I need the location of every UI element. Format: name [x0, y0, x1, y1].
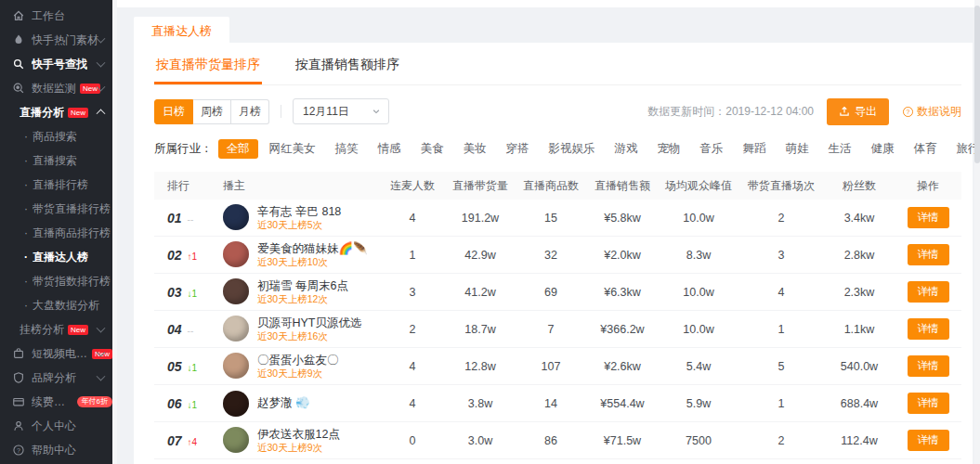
sidebar-item-hot-materials[interactable]: 快手热门素材	[0, 28, 112, 52]
sidebar-item-label: 直播分析	[20, 105, 64, 121]
sort-tabs: 按直播带货量排序按直播销售额排序	[154, 43, 961, 85]
live-product-count: 14	[516, 397, 586, 410]
avatar[interactable]	[223, 353, 249, 379]
detail-button[interactable]: 详情	[908, 207, 949, 228]
detail-button[interactable]: 详情	[908, 430, 949, 451]
industry-filter[interactable]: 萌娃	[777, 139, 817, 159]
rank-cell: 02↑1	[154, 248, 223, 263]
industry-filter[interactable]: 影视娱乐	[541, 139, 604, 159]
industry-filter[interactable]: 游戏	[607, 139, 647, 159]
host-name[interactable]: 〇蛋蛋小盆友〇	[257, 353, 339, 367]
sort-tab[interactable]: 按直播带货量排序	[154, 46, 262, 84]
column-header: 直播带货量	[445, 178, 516, 194]
export-button[interactable]: 导出	[827, 98, 889, 125]
period-tab[interactable]: 周榜	[193, 99, 231, 124]
sidebar-item-personal-center[interactable]: 个人中心	[0, 414, 112, 438]
industry-filter[interactable]: 搞笑	[327, 139, 367, 159]
sidebar-item-renewal-center[interactable]: 续费中心 年付6折	[0, 390, 112, 414]
lianmai-count: 2	[380, 323, 445, 336]
tab-live-streamer-rank[interactable]: 直播达人榜	[134, 17, 229, 46]
avatar[interactable]	[223, 316, 249, 342]
host-name[interactable]: 爱美食的猫妹妹🌈🪶	[257, 241, 368, 256]
ecom-live-sessions: 2	[738, 212, 824, 225]
sidebar-item-ecom-index-rank[interactable]: · 带货指数排行榜	[0, 269, 112, 293]
host-name[interactable]: 初瑞雪 每周末6点	[257, 278, 348, 293]
date-select[interactable]: 12月11日	[293, 98, 389, 124]
detail-button[interactable]: 详情	[908, 393, 949, 414]
host-name[interactable]: 贝源哥HYT贝源优选	[257, 316, 362, 330]
host-recent-rank-note: 近30天上榜9次	[257, 367, 339, 380]
rank-number: 02	[167, 248, 182, 263]
industry-filter[interactable]: 健康	[863, 139, 903, 159]
avatar[interactable]	[223, 391, 249, 417]
industry-filter[interactable]: 舞蹈	[735, 139, 775, 159]
update-time-text: 数据更新时间：2019-12-12 04:00	[647, 104, 814, 120]
avatar[interactable]	[223, 241, 249, 267]
industry-filter[interactable]: 穿搭	[498, 139, 538, 159]
sidebar-item-workbench[interactable]: 工作台	[0, 4, 112, 28]
industry-filter[interactable]: 宠物	[649, 139, 689, 159]
detail-button[interactable]: 详情	[908, 355, 949, 377]
sidebar-item-live-analysis[interactable]: 直播分析 New	[0, 100, 112, 124]
host-cell: 贝源哥HYT贝源优选 近30天上榜16次	[223, 316, 380, 343]
question-icon: ?	[12, 444, 25, 457]
sort-tab[interactable]: 按直播销售额排序	[294, 46, 401, 84]
top-strip	[117, 0, 980, 7]
live-sales-volume: 18.7w	[445, 323, 516, 336]
sidebar-item-market-analysis[interactable]: · 大盘数据分析	[0, 293, 112, 317]
svg-text:?: ?	[907, 108, 910, 114]
sidebar-item-brand-analysis[interactable]: 品牌分析	[0, 366, 112, 390]
avatar[interactable]	[223, 427, 249, 453]
page-scrollbar[interactable]	[974, 0, 980, 464]
host-name[interactable]: 伊农送衣服12点	[257, 427, 340, 442]
host-cell: 辛有志 辛巴 818 近30天上榜5次	[223, 204, 380, 232]
sidebar-item-live-rank[interactable]: · 直播排行榜	[0, 173, 112, 197]
avatar[interactable]	[223, 278, 249, 304]
industry-filter[interactable]: 美食	[412, 139, 452, 159]
industry-filter[interactable]: 生活	[820, 139, 860, 159]
scrollbar-thumb[interactable]	[974, 6, 980, 163]
industry-filter[interactable]: 美妆	[455, 139, 495, 159]
ecom-live-sessions: 3	[738, 249, 824, 262]
sidebar-item-hang-rank-analysis[interactable]: 挂榜分析 New	[0, 317, 112, 342]
period-tab[interactable]: 月榜	[231, 99, 269, 124]
live-sales-amount: ¥2.6kw	[586, 360, 659, 373]
industry-filter[interactable]: 全部	[218, 139, 258, 159]
sidebar-item-account-search[interactable]: 快手号查找	[0, 52, 112, 76]
sidebar-item-product-search[interactable]: · 商品搜索	[0, 124, 112, 148]
sidebar-item-live-search[interactable]: · 直播搜索	[0, 148, 112, 173]
industry-filter[interactable]: 音乐	[692, 139, 732, 159]
sidebar-item-data-monitor[interactable]: 数据监测 New	[0, 76, 112, 100]
table-header: 排行播主连麦人数直播带货量直播商品数直播销售额场均观众峰值带货直播场次粉丝数操作	[154, 172, 961, 200]
lianmai-count: 0	[380, 434, 445, 447]
host-cell: 伊农送衣服12点 近30天上榜9次	[223, 427, 380, 455]
industry-filter[interactable]: 情感	[370, 139, 410, 159]
sidebar-item-label: 直播排行榜	[33, 177, 88, 193]
sidebar-item-label: 数据监测	[32, 81, 76, 97]
host-name[interactable]: 辛有志 辛巴 818	[257, 204, 341, 219]
data-note-link[interactable]: ? 数据说明	[902, 104, 961, 120]
detail-button[interactable]: 详情	[908, 244, 949, 265]
period-tab[interactable]: 日榜	[154, 99, 193, 124]
industry-filter[interactable]: 网红美女	[261, 139, 324, 159]
table-row: 08-- 洋葱嫂🔥天天美食 0 3.0w 31 ¥123.9w 3872 2 3…	[154, 459, 961, 464]
hot-icon	[12, 33, 25, 46]
fans-count: 1.1kw	[824, 323, 895, 336]
sidebar-item-label: 短视频电商分析	[32, 346, 88, 362]
detail-button[interactable]: 详情	[908, 318, 949, 340]
date-select-value: 12月11日	[303, 104, 349, 120]
sidebar-item-live-product-rank[interactable]: · 直播商品排行榜	[0, 221, 112, 245]
table-row: 01-- 辛有志 辛巴 818 近30天上榜5次 4 191.2w 15 ¥5.…	[154, 200, 961, 237]
detail-button[interactable]: 详情	[908, 281, 949, 303]
sidebar-item-short-video-ecom[interactable]: 短视频电商分析 New	[0, 342, 112, 366]
table-row: 07↑4 伊农送衣服12点 近30天上榜9次 0 3.0w 86 ¥71.5w …	[154, 422, 961, 459]
sidebar-item-live-streamer-rank[interactable]: · 直播达人榜	[0, 245, 112, 269]
sidebar-item-help-center[interactable]: ? 帮助中心	[0, 438, 112, 462]
industry-label: 所属行业：	[154, 141, 213, 157]
submenu-dot: ·	[24, 275, 28, 288]
sidebar-item-ecom-live-rank[interactable]: · 带货直播排行榜	[0, 197, 112, 221]
industry-filter[interactable]: 体育	[906, 139, 946, 159]
sidebar: 工作台 快手热门素材 快手号查找 数据监测 New 直播分析 New · 商品搜…	[0, 0, 117, 464]
host-name[interactable]: 赵梦澈 💨	[257, 395, 310, 410]
avatar[interactable]	[223, 204, 249, 230]
